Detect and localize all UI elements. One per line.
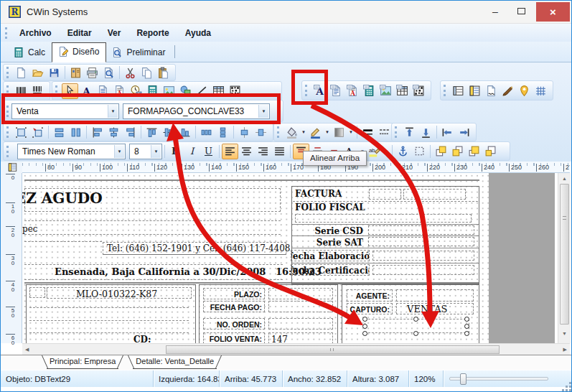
font-size-select[interactable]: 8▼ bbox=[129, 144, 162, 159]
table-select[interactable]: Venta▼ bbox=[11, 103, 119, 119]
no-orden-label-box[interactable]: NO. ORDEN: bbox=[203, 318, 265, 330]
db-barcode-icon[interactable] bbox=[411, 83, 427, 98]
selection-handle[interactable] bbox=[362, 324, 367, 329]
line-color-icon[interactable] bbox=[307, 124, 324, 140]
zoom-slider[interactable] bbox=[444, 377, 571, 381]
calculator-icon[interactable] bbox=[144, 83, 161, 99]
image-icon[interactable] bbox=[161, 83, 177, 99]
layer-backward-icon[interactable] bbox=[482, 144, 499, 159]
grow-left-icon[interactable] bbox=[439, 124, 456, 140]
scroll-left-icon[interactable]: ◀ bbox=[25, 347, 29, 353]
new-document-icon[interactable] bbox=[13, 65, 29, 80]
pointer-icon[interactable] bbox=[62, 83, 78, 99]
invoice-field[interactable] bbox=[368, 237, 474, 246]
selection-handle[interactable] bbox=[464, 317, 469, 322]
selection-handle[interactable] bbox=[413, 331, 418, 336]
db-memo-icon[interactable] bbox=[328, 83, 344, 98]
horizontal-scroll-thumb[interactable] bbox=[166, 345, 500, 354]
align-right-edges-icon[interactable] bbox=[122, 124, 139, 140]
scroll-down-icon[interactable]: ▼ bbox=[558, 331, 571, 336]
toolbar-grip[interactable] bbox=[6, 146, 10, 157]
font-name-select[interactable]: Times New Roman▼ bbox=[17, 144, 126, 159]
selection-handle[interactable] bbox=[464, 324, 469, 329]
band-icon[interactable] bbox=[466, 83, 483, 98]
capturo-label-box[interactable]: CAPTURO: bbox=[347, 303, 393, 314]
city-date-text[interactable]: Ensenada, Baja California a 30/Dic/2008 … bbox=[55, 266, 322, 277]
print-preview-icon[interactable] bbox=[100, 65, 117, 80]
db-calc-icon[interactable] bbox=[361, 83, 378, 98]
chevron-down-icon[interactable]: ▼ bbox=[108, 105, 118, 118]
selection-handle[interactable] bbox=[464, 331, 469, 336]
db-rich-text-icon[interactable]: A bbox=[344, 83, 361, 98]
text-icon[interactable]: A bbox=[78, 83, 95, 99]
chevron-down-icon[interactable]: ▼ bbox=[151, 145, 161, 158]
close-button[interactable]: × bbox=[536, 2, 570, 22]
field-select[interactable]: FORMAPAGO_CONCLAVE33▼ bbox=[123, 103, 270, 119]
align-top-edges-icon[interactable] bbox=[144, 124, 160, 140]
address-fragment[interactable]: pec bbox=[22, 224, 38, 234]
db-image-icon[interactable] bbox=[378, 83, 394, 98]
menu-item-ver[interactable]: Ver bbox=[100, 27, 129, 39]
capturo-field[interactable]: VENTAS bbox=[396, 303, 474, 314]
anchor-icon[interactable] bbox=[395, 144, 411, 159]
align-left-edges-icon[interactable] bbox=[89, 124, 106, 140]
copy-icon[interactable] bbox=[139, 65, 155, 80]
map-icon[interactable] bbox=[516, 83, 533, 98]
selection-handle[interactable] bbox=[362, 317, 367, 322]
shapes-icon[interactable] bbox=[177, 83, 194, 99]
border-style-icon[interactable] bbox=[376, 124, 393, 140]
tab-preliminar[interactable]: Preliminar bbox=[106, 44, 172, 62]
agente-field[interactable] bbox=[396, 289, 474, 302]
fill-color-icon[interactable] bbox=[283, 124, 300, 140]
chevron-down-icon[interactable]: ▼ bbox=[114, 145, 124, 158]
chevron-down-icon[interactable]: ▼ bbox=[383, 149, 390, 154]
menu-item-reporte[interactable]: Reporte bbox=[128, 27, 177, 39]
serie-csd-label[interactable]: Serie CSD bbox=[295, 226, 363, 236]
db-grid-icon[interactable] bbox=[394, 83, 411, 98]
selection-handle[interactable] bbox=[362, 331, 367, 336]
halign-justify-icon[interactable] bbox=[271, 144, 288, 159]
script-icon[interactable] bbox=[483, 83, 500, 98]
plazo-label-box[interactable]: PLAZO: bbox=[203, 288, 265, 299]
chevron-down-icon[interactable]: ▼ bbox=[300, 130, 307, 134]
halign-right-icon[interactable] bbox=[255, 144, 271, 159]
toolbar-grip[interactable] bbox=[277, 126, 281, 138]
line-icon[interactable] bbox=[194, 83, 210, 99]
size-to-grid-icon[interactable] bbox=[13, 124, 29, 140]
space-equal-h-icon[interactable] bbox=[198, 124, 215, 140]
toolbar-grip[interactable] bbox=[5, 27, 9, 39]
barcode-2d-icon[interactable] bbox=[227, 83, 243, 99]
rfc-text[interactable]: MLO-010322-K87 bbox=[76, 289, 157, 299]
toolbar-grip[interactable] bbox=[55, 85, 59, 97]
move-to-grid-icon[interactable] bbox=[29, 124, 46, 140]
minimize-button[interactable]: – bbox=[483, 1, 507, 22]
band-selector-icon[interactable] bbox=[7, 162, 18, 172]
bold-button[interactable]: B bbox=[167, 144, 184, 159]
toolbar-grip[interactable] bbox=[395, 126, 398, 138]
align-h-centers-icon[interactable] bbox=[106, 124, 122, 140]
invoice-field[interactable] bbox=[372, 251, 474, 261]
menu-item-archivo[interactable]: Archivo bbox=[11, 27, 60, 39]
grow-right-icon[interactable] bbox=[456, 124, 472, 140]
layer-forward-icon[interactable] bbox=[466, 144, 482, 159]
chevron-down-icon[interactable]: ▼ bbox=[324, 130, 331, 134]
same-height-icon[interactable] bbox=[67, 124, 84, 140]
grid-icon[interactable] bbox=[210, 83, 227, 99]
scroll-right-icon[interactable]: ▶ bbox=[563, 347, 567, 353]
barcode-matrix-icon[interactable] bbox=[29, 83, 46, 99]
vertical-scroll-thumb[interactable] bbox=[560, 184, 569, 325]
region-icon[interactable] bbox=[450, 83, 466, 98]
invoice-field[interactable] bbox=[368, 225, 474, 235]
rich-text-icon[interactable]: A bbox=[111, 83, 128, 99]
toolbar-grip[interactable] bbox=[6, 85, 10, 97]
invoice-field[interactable] bbox=[369, 189, 401, 200]
layer-front-icon[interactable] bbox=[433, 144, 449, 159]
center-v-icon[interactable] bbox=[253, 124, 269, 140]
title-bar[interactable]: R CWin Systems – × bbox=[1, 1, 571, 24]
highlight-icon[interactable]: ab bbox=[366, 144, 383, 159]
folio-venta-field[interactable]: 147 bbox=[268, 332, 333, 343]
design-canvas[interactable]: EZ AGUDO pec Tel: (646) 152-1901 y Cel: … bbox=[22, 173, 571, 343]
gradient-fill-icon[interactable] bbox=[331, 124, 347, 140]
paste-icon[interactable] bbox=[155, 65, 172, 80]
italic-button[interactable]: I bbox=[184, 144, 200, 159]
